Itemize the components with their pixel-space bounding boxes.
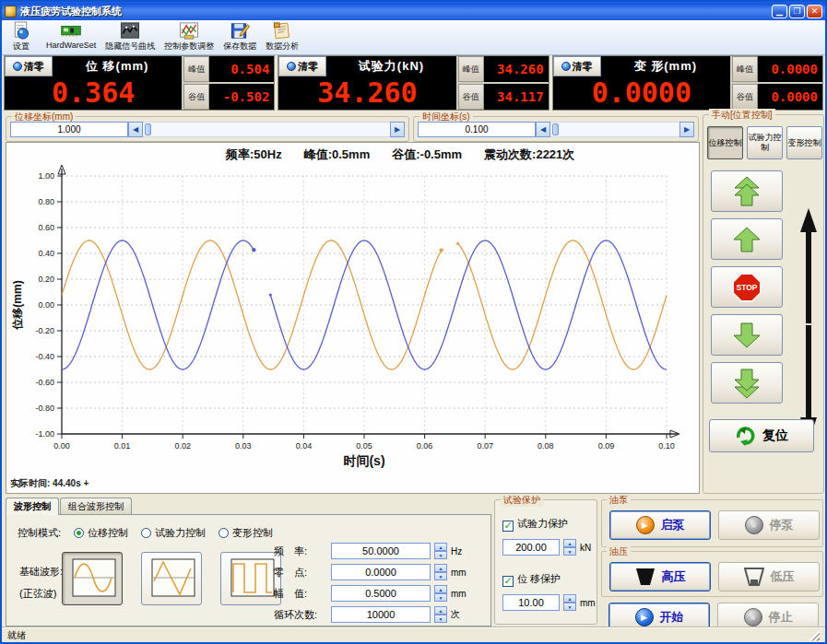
actual-time-label: 实际时间: 44.40s + bbox=[10, 477, 89, 490]
frequency-input[interactable]: 50.0000 bbox=[331, 543, 431, 559]
displacement-protection-input[interactable]: 10.00 bbox=[502, 594, 560, 611]
fast-up-button[interactable] bbox=[711, 170, 783, 212]
frequency-row: 频 率: 50.0000 ▲▼ Hz bbox=[274, 543, 467, 559]
scroll-left-button[interactable]: ◀ bbox=[536, 122, 550, 137]
force-protection-input[interactable]: 200.00 bbox=[502, 539, 560, 556]
play-icon: ▶ bbox=[636, 516, 655, 534]
amplitude-label: 幅 值: bbox=[274, 587, 327, 601]
amplitude-unit: mm bbox=[451, 589, 467, 599]
meter-title: 位 移(mm) bbox=[53, 56, 182, 76]
control-mode-label: 控制模式: bbox=[18, 526, 61, 540]
stop-button[interactable]: STOP bbox=[711, 266, 783, 308]
triangle-wave-button[interactable] bbox=[141, 552, 202, 605]
cycle-count-stat: 震动次数:2221次 bbox=[484, 146, 574, 163]
peak-label: 峰值 bbox=[732, 56, 758, 82]
base-wave-label: 基础波形: bbox=[19, 565, 63, 579]
high-pressure-button[interactable]: 高压 bbox=[609, 562, 711, 591]
tab-wave-control[interactable]: 波形控制 bbox=[6, 498, 59, 515]
scroll-right-button[interactable]: ▶ bbox=[390, 122, 405, 137]
control-params-button[interactable]: 控制参数调整 bbox=[164, 21, 214, 54]
up-arrow-icon bbox=[731, 226, 762, 253]
low-pressure-button[interactable]: 低压 bbox=[718, 562, 820, 591]
svg-text:时间(s): 时间(s) bbox=[343, 453, 384, 468]
maximize-button[interactable]: ❐ bbox=[789, 5, 805, 18]
app-icon bbox=[5, 6, 17, 18]
meter-title: 变 形(mm) bbox=[601, 56, 730, 76]
zero-button[interactable]: 清零 bbox=[278, 56, 326, 76]
valley-label: 谷值 bbox=[458, 84, 484, 110]
data-analysis-button[interactable]: 数据分析 bbox=[266, 21, 299, 54]
zero-point-input[interactable]: 0.0000 bbox=[331, 564, 431, 580]
scrollbar-thumb[interactable] bbox=[145, 123, 151, 135]
displacement-scale-select[interactable]: 1.000 bbox=[10, 122, 128, 137]
cycle-count-stepper[interactable]: ▲▼ bbox=[434, 606, 447, 623]
time-scale-select[interactable]: 0.100 bbox=[418, 122, 536, 137]
square-wave-button[interactable] bbox=[220, 552, 281, 605]
displacement-meter: 清零 位 移(mm) 0.364 峰值0.504 谷值-0.502 bbox=[4, 55, 275, 111]
force-protection-checkbox[interactable]: ✓试验力保护 bbox=[502, 517, 568, 532]
down-arrow-icon bbox=[731, 322, 762, 349]
sine-wave-icon bbox=[67, 557, 117, 600]
save-data-button[interactable]: 保存数据 bbox=[223, 21, 256, 54]
cup-filled-icon bbox=[635, 568, 656, 586]
zero-button[interactable]: 清零 bbox=[5, 56, 53, 76]
displacement-protection-value-row: 10.00 ▲▼ mm bbox=[502, 594, 596, 611]
hardwareset-button[interactable]: HardWareSet bbox=[46, 21, 96, 54]
valley-label: 谷值 bbox=[183, 84, 209, 110]
scrollbar-track[interactable] bbox=[550, 122, 679, 137]
zero-button[interactable]: 清零 bbox=[553, 56, 601, 76]
down-button[interactable] bbox=[711, 314, 783, 356]
force-protection-stepper[interactable]: ▲▼ bbox=[563, 539, 576, 556]
scroll-left-button[interactable]: ◀ bbox=[128, 122, 143, 137]
svg-text:0.09: 0.09 bbox=[598, 441, 615, 451]
settings-button[interactable]: 设置 bbox=[6, 21, 37, 54]
tab-combined-wave-control[interactable]: 组合波形控制 bbox=[60, 498, 132, 514]
sine-wave-button[interactable] bbox=[62, 552, 123, 605]
radio-force-control[interactable]: 试验力控制 bbox=[141, 526, 206, 540]
deformation-control-button[interactable]: 变形控制 bbox=[786, 126, 822, 159]
time-axis-group: 时间坐标(s) 0.100 ◀ ▶ bbox=[413, 116, 699, 142]
amplitude-input[interactable]: 0.5000 bbox=[331, 585, 431, 602]
force-control-button[interactable]: 试验力控制 bbox=[747, 126, 783, 159]
data-analysis-icon bbox=[272, 21, 292, 41]
frequency-stepper[interactable]: ▲▼ bbox=[434, 543, 447, 559]
scrollbar-track[interactable] bbox=[143, 122, 390, 137]
meter-value: 0.0000 bbox=[553, 76, 730, 110]
zero-point-stepper[interactable]: ▲▼ bbox=[434, 564, 447, 580]
svg-text:0.60: 0.60 bbox=[38, 223, 54, 232]
scroll-right-button[interactable]: ▶ bbox=[679, 122, 694, 137]
tool-label: HardWareSet bbox=[46, 41, 96, 50]
svg-text:位移(mm): 位移(mm) bbox=[11, 280, 24, 330]
radio-displacement-control[interactable]: 位移控制 bbox=[74, 526, 128, 540]
stop-icon: ■ bbox=[744, 608, 762, 626]
fast-down-button[interactable] bbox=[711, 362, 783, 404]
minimize-button[interactable]: ▁ bbox=[772, 5, 787, 18]
cycle-count-input[interactable]: 10000 bbox=[331, 606, 431, 623]
manual-control-panel: 手动[位置控制] 位移控制 试验力控制 变形控制 STOP bbox=[703, 114, 824, 494]
displacement-control-button[interactable]: 位移控制 bbox=[707, 126, 743, 159]
displacement-protection-stepper[interactable]: ▲▼ bbox=[563, 594, 576, 611]
svg-text:0.07: 0.07 bbox=[477, 441, 493, 451]
oil-pump-group: 油泵 ▶启泵 ■停泵 bbox=[601, 499, 823, 547]
waveform-chart: 频率:50Hz 峰值:0.5mm 谷值:-0.5mm 震动次数:2221次 -1… bbox=[6, 142, 700, 494]
radio-deformation-control[interactable]: 变形控制 bbox=[219, 526, 273, 540]
oil-pump-title: 油泵 bbox=[607, 494, 631, 507]
reset-button[interactable]: 复位 bbox=[709, 419, 814, 452]
scrollbar-thumb[interactable] bbox=[552, 123, 559, 135]
resize-grip[interactable] bbox=[809, 630, 820, 641]
stop-pump-button[interactable]: ■停泵 bbox=[718, 510, 820, 540]
svg-text:0.00: 0.00 bbox=[53, 441, 70, 451]
frequency-label: 频 率: bbox=[274, 544, 327, 558]
zero-point-unit: mm bbox=[451, 568, 467, 578]
hide-signal-curve-button[interactable]: 隐藏信号曲线 bbox=[105, 21, 155, 54]
up-button[interactable] bbox=[711, 218, 783, 260]
amplitude-stepper[interactable]: ▲▼ bbox=[434, 585, 447, 602]
displacement-protection-checkbox[interactable]: ✓位 移保护 bbox=[502, 572, 561, 587]
wave-control-tabpage: 控制模式: 位移控制 试验力控制 变形控制 基础波形: (正弦波) bbox=[6, 514, 491, 626]
peak-value: 0.0000 bbox=[758, 56, 822, 82]
double-up-arrow-icon bbox=[731, 176, 762, 207]
meter-value: 34.260 bbox=[278, 76, 455, 110]
close-button[interactable]: ✕ bbox=[807, 5, 822, 18]
start-pump-button[interactable]: ▶启泵 bbox=[609, 510, 711, 540]
svg-text:-0.80: -0.80 bbox=[35, 404, 54, 413]
